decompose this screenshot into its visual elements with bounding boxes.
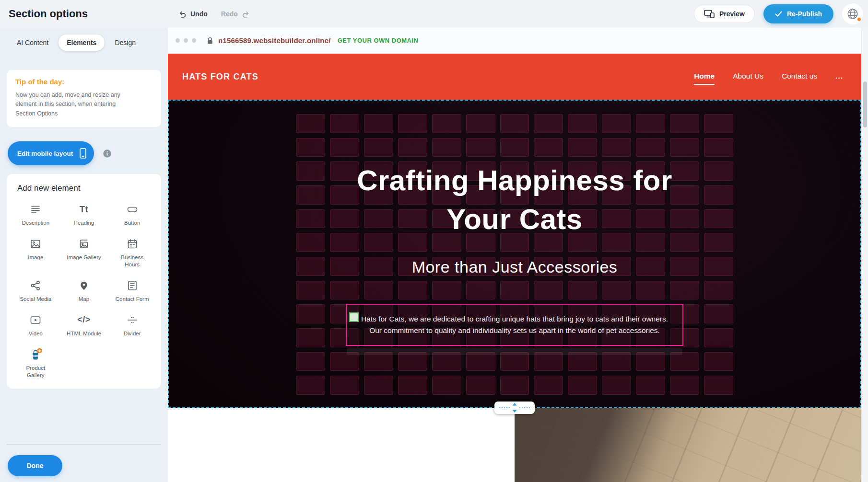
hero-tile [636,281,665,300]
hero-tile [602,114,631,133]
hero-tile [568,376,597,395]
hero-tile [670,281,699,300]
preview-button[interactable]: Preview [694,5,755,23]
element-label: Map [79,296,89,303]
info-button[interactable] [103,149,112,158]
hero-tile [432,376,461,395]
nav-more[interactable]: ... [835,69,843,80]
nav-contact-us[interactable]: Contact us [782,69,817,80]
hero-tile [296,328,325,347]
hero-tile [432,281,461,300]
hero-tile [296,185,325,205]
element-image-gallery[interactable]: Image Gallery [60,237,108,268]
element-description[interactable]: Description [12,203,60,227]
element-image[interactable]: Image [12,237,60,268]
element-social-media[interactable]: Social Media [12,279,60,303]
hero-tile [432,138,461,157]
nav-home[interactable]: Home [694,69,715,85]
redo-button[interactable]: Redo [221,10,250,18]
hero-tile [636,114,665,133]
tab-ai-content[interactable]: AI Content [9,34,57,51]
vertical-scrollbar[interactable] [861,28,868,482]
hero-subheading[interactable]: More than Just Accessories [168,258,861,276]
app-window: Section options Undo Redo Preview [0,0,868,482]
html-code-icon: </> [77,313,91,327]
hero-tile [398,114,427,133]
hero-tile [296,281,325,300]
hero-tile [500,281,529,300]
element-map[interactable]: Map [60,279,108,303]
hero-tile [534,376,563,395]
hero-tile [670,114,699,133]
section-resize-handle[interactable] [494,402,535,414]
element-label: Heading [74,219,94,227]
video-icon [30,313,41,327]
element-label: Social Media [20,296,51,303]
hero-tile [534,138,563,157]
element-label: Divider [124,330,141,337]
site-logo[interactable]: HATS FOR CATS [182,72,258,82]
element-button[interactable]: Button [108,203,156,227]
hero-tile [704,138,733,157]
edit-mobile-layout-button[interactable]: Edit mobile layout [8,141,94,165]
tab-elements[interactable]: Elements [59,34,105,51]
nav-about-us[interactable]: About Us [733,69,763,80]
element-video[interactable]: Video [12,313,60,337]
hero-tile [432,114,461,133]
edit-mobile-label: Edit mobile layout [17,150,73,157]
hero-tile [704,281,733,300]
browser-address-bar: n1566589.websitebuilder.online/ GET YOUR… [168,28,861,54]
hero-tile [296,304,325,323]
undo-button[interactable]: Undo [178,10,208,18]
element-divider[interactable]: Divider [108,313,156,337]
hero-tile [500,376,529,395]
element-html-module[interactable]: </> HTML Module [60,313,108,337]
devices-icon [704,10,715,18]
preview-label: Preview [719,10,745,18]
language-button[interactable] [842,3,863,24]
element-product-gallery[interactable]: SHOP Product Gallery [12,348,60,379]
element-label: Image [28,254,43,261]
hero-tile [704,376,733,395]
history-controls: Undo Redo [178,10,250,18]
sidebar-tabs: AI Content Elements Design [7,34,161,51]
hidden-element-placeholder [347,348,682,355]
hero-section[interactable]: Crafting Happiness for Your Cats More th… [168,100,861,408]
undo-label: Undo [190,10,208,18]
hero-tile [704,304,733,323]
hero-tile [330,138,359,157]
hero-paragraph-element[interactable]: Hats for Cats, we are dedicated to craft… [346,304,683,346]
scrollbar-thumb[interactable] [863,81,867,127]
window-dot [192,38,196,43]
get-own-domain-link[interactable]: GET YOUR OWN DOMAIN [338,37,419,44]
element-heading[interactable]: Tt Heading [60,203,108,227]
paragraph-line-2: Our commitment to quality and individual… [347,325,682,336]
element-contact-form[interactable]: Contact Form [108,279,156,303]
sidebar-divider [7,444,161,445]
redo-icon [242,10,250,18]
editor-canvas: n1566589.websitebuilder.online/ GET YOUR… [168,28,868,482]
button-icon [127,203,138,216]
hero-tile [296,209,325,229]
republish-label: Re-Publish [787,10,822,18]
hero-tile [296,114,325,133]
hero-tile [602,281,631,300]
hero-tile [466,114,495,133]
add-element-title: Add new element [17,184,156,193]
element-label: Product Gallery [18,365,53,379]
done-button[interactable]: Done [8,455,62,476]
hero-heading[interactable]: Crafting Happiness for Your Cats [328,161,702,239]
element-label: Button [124,219,140,227]
page-title: Section options [9,8,88,20]
element-label: Video [29,330,43,337]
tab-design[interactable]: Design [106,34,144,51]
element-label: Description [22,219,50,227]
element-business-hours[interactable]: Business Hours [108,237,156,268]
heading-icon: Tt [80,203,88,216]
contact-form-icon [127,279,138,292]
next-section-background [168,408,515,482]
resize-handle[interactable] [349,312,359,322]
redo-label: Redo [221,10,238,18]
site-nav: Home About Us Contact us ... [694,69,843,85]
republish-button[interactable]: Re-Publish [763,4,833,23]
